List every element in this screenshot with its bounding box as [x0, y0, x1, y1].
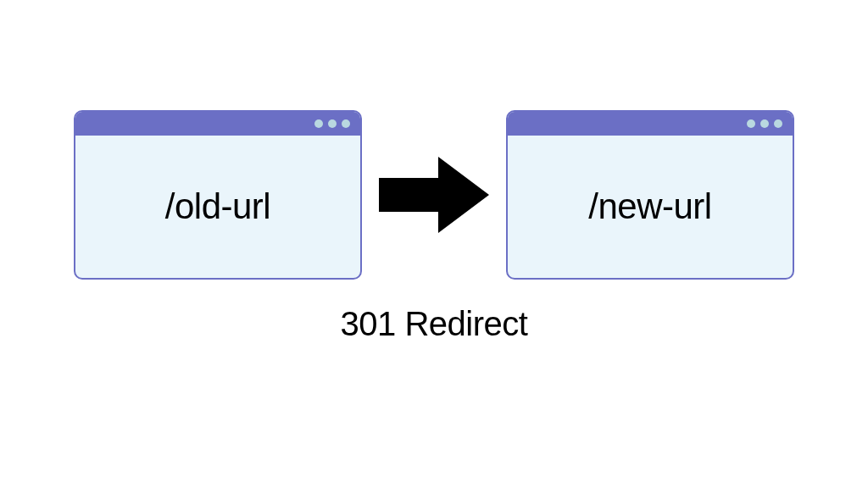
browser-titlebar: [508, 112, 793, 136]
dot-icon: [342, 119, 350, 128]
arrow-right-icon: [379, 152, 489, 237]
dot-icon: [314, 119, 323, 128]
browser-titlebar: [75, 112, 360, 136]
old-url-text: /old-url: [165, 186, 270, 227]
browser-body: /old-url: [75, 136, 360, 278]
redirect-diagram: /old-url /new-url: [0, 110, 868, 280]
new-url-window: /new-url: [506, 110, 794, 280]
old-url-window: /old-url: [74, 110, 362, 280]
dot-icon: [774, 119, 782, 128]
window-controls-icon: [747, 119, 782, 128]
dot-icon: [747, 119, 755, 128]
svg-marker-0: [379, 157, 489, 233]
new-url-text: /new-url: [588, 186, 711, 227]
dot-icon: [328, 119, 337, 128]
dot-icon: [760, 119, 769, 128]
browser-body: /new-url: [508, 136, 793, 278]
window-controls-icon: [314, 119, 350, 128]
diagram-caption: 301 Redirect: [0, 305, 868, 343]
